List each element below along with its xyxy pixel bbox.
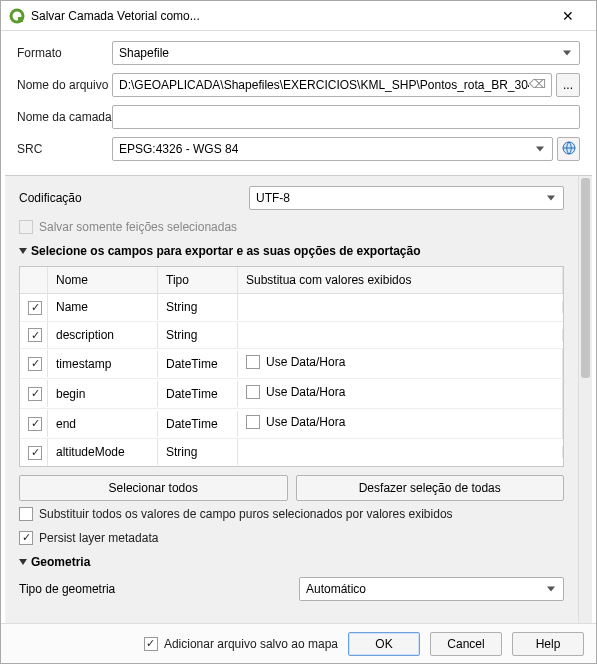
- titlebar: Salvar Camada Vetorial como... ✕: [1, 1, 596, 31]
- src-label: SRC: [17, 142, 112, 156]
- deselect-all-button[interactable]: Desfazer seleção de todas: [296, 475, 565, 501]
- save-vector-layer-dialog: Salvar Camada Vetorial como... ✕ Formato…: [0, 0, 597, 664]
- field-name: altitudeMode: [48, 439, 158, 465]
- close-button[interactable]: ✕: [548, 8, 588, 24]
- scrollbar-thumb[interactable]: [581, 178, 590, 378]
- chevron-down-icon: [19, 559, 27, 565]
- svg-rect-1: [18, 17, 23, 22]
- field-type: DateTime: [158, 411, 238, 437]
- ok-button[interactable]: OK: [348, 632, 420, 656]
- help-button[interactable]: Help: [512, 632, 584, 656]
- fields-group-title: Selecione os campos para exportar e as s…: [31, 244, 421, 258]
- use-datetime-label: Use Data/Hora: [266, 355, 345, 369]
- use-datetime-label: Use Data/Hora: [266, 385, 345, 399]
- col-header-name: Nome: [48, 267, 158, 293]
- filename-label: Nome do arquivo: [17, 78, 112, 92]
- chevron-down-icon: [19, 248, 27, 254]
- vertical-scrollbar[interactable]: [578, 176, 592, 623]
- field-name: end: [48, 411, 158, 437]
- field-type: DateTime: [158, 351, 238, 377]
- use-datetime-checkbox[interactable]: [246, 355, 260, 369]
- layername-input[interactable]: [112, 105, 580, 129]
- field-checkbox[interactable]: ✓: [28, 301, 42, 315]
- window-title: Salvar Camada Vetorial como...: [31, 9, 548, 23]
- options-scrollpane: Codificação UTF-8 Salvar somente feições…: [5, 175, 592, 623]
- field-checkbox[interactable]: ✓: [28, 357, 42, 371]
- use-datetime-checkbox[interactable]: [246, 415, 260, 429]
- field-name: description: [48, 322, 158, 348]
- format-label: Formato: [17, 46, 112, 60]
- field-checkbox[interactable]: ✓: [28, 328, 42, 342]
- globe-icon: [561, 140, 577, 159]
- field-replace-cell: Use Data/Hora: [238, 379, 563, 408]
- selected-only-checkbox: [19, 220, 33, 234]
- crs-combo[interactable]: EPSG:4326 - WGS 84: [112, 137, 553, 161]
- add-to-map-label: Adicionar arquivo salvo ao mapa: [164, 637, 338, 651]
- format-combo[interactable]: Shapefile: [112, 41, 580, 65]
- encoding-label: Codificação: [19, 191, 249, 205]
- selected-only-row: Salvar somente feições selecionadas: [19, 220, 564, 234]
- geometry-type-value: Automático: [306, 582, 366, 596]
- fields-table: Nome Tipo Substitua com valores exibidos…: [19, 266, 564, 467]
- fields-group-header[interactable]: Selecione os campos para exportar e as s…: [19, 244, 564, 258]
- replace-all-row[interactable]: Substituir todos os valores de campo pur…: [19, 507, 564, 521]
- select-crs-button[interactable]: [557, 137, 580, 161]
- replace-all-label: Substituir todos os valores de campo pur…: [39, 507, 453, 521]
- field-checkbox[interactable]: ✓: [28, 387, 42, 401]
- field-name: timestamp: [48, 351, 158, 377]
- geometry-type-label: Tipo de geometria: [19, 582, 299, 596]
- persist-metadata-row[interactable]: ✓ Persist layer metadata: [19, 531, 564, 545]
- geometry-group-header[interactable]: Geometria: [19, 555, 564, 569]
- field-checkbox[interactable]: ✓: [28, 446, 42, 460]
- field-checkbox[interactable]: ✓: [28, 417, 42, 431]
- geometry-type-combo[interactable]: Automático: [299, 577, 564, 601]
- ellipsis-icon: ...: [563, 78, 573, 92]
- add-to-map-checkbox[interactable]: ✓: [144, 637, 158, 651]
- field-type: String: [158, 294, 238, 320]
- field-replace-cell: [238, 301, 563, 313]
- selected-only-label: Salvar somente feições selecionadas: [39, 220, 237, 234]
- table-row: ✓endDateTimeUse Data/Hora: [20, 409, 563, 439]
- field-type: String: [158, 322, 238, 348]
- cancel-button[interactable]: Cancel: [430, 632, 502, 656]
- use-datetime-label: Use Data/Hora: [266, 415, 345, 429]
- field-name: Name: [48, 294, 158, 320]
- replace-all-checkbox[interactable]: [19, 507, 33, 521]
- geometry-group-title: Geometria: [31, 555, 90, 569]
- crs-value: EPSG:4326 - WGS 84: [119, 142, 238, 156]
- field-replace-cell: Use Data/Hora: [238, 349, 563, 378]
- filename-input[interactable]: [112, 73, 552, 97]
- field-replace-cell: [238, 446, 563, 458]
- select-all-button[interactable]: Selecionar todos: [19, 475, 288, 501]
- top-form: Formato Shapefile Nome do arquivo ⌫ ... …: [1, 31, 596, 175]
- clear-filename-icon[interactable]: ⌫: [529, 77, 546, 91]
- fields-table-header: Nome Tipo Substitua com valores exibidos: [20, 267, 563, 294]
- layername-label: Nome da camada: [17, 110, 112, 124]
- persist-metadata-checkbox[interactable]: ✓: [19, 531, 33, 545]
- table-row: ✓beginDateTimeUse Data/Hora: [20, 379, 563, 409]
- table-row: ✓altitudeModeString: [20, 439, 563, 466]
- table-row: ✓timestampDateTimeUse Data/Hora: [20, 349, 563, 379]
- table-row: ✓NameString: [20, 294, 563, 322]
- field-type: DateTime: [158, 381, 238, 407]
- dialog-footer: ✓ Adicionar arquivo salvo ao mapa OK Can…: [1, 623, 596, 663]
- use-datetime-checkbox[interactable]: [246, 385, 260, 399]
- table-row: ✓descriptionString: [20, 322, 563, 350]
- qgis-icon: [9, 8, 25, 24]
- add-to-map-row[interactable]: ✓ Adicionar arquivo salvo ao mapa: [144, 637, 338, 651]
- col-header-type: Tipo: [158, 267, 238, 293]
- col-header-replace: Substitua com valores exibidos: [238, 267, 563, 293]
- encoding-value: UTF-8: [256, 191, 290, 205]
- browse-button[interactable]: ...: [556, 73, 580, 97]
- field-replace-cell: Use Data/Hora: [238, 409, 563, 438]
- encoding-combo[interactable]: UTF-8: [249, 186, 564, 210]
- field-type: String: [158, 439, 238, 465]
- persist-metadata-label: Persist layer metadata: [39, 531, 158, 545]
- field-replace-cell: [238, 329, 563, 341]
- format-value: Shapefile: [119, 46, 169, 60]
- field-name: begin: [48, 381, 158, 407]
